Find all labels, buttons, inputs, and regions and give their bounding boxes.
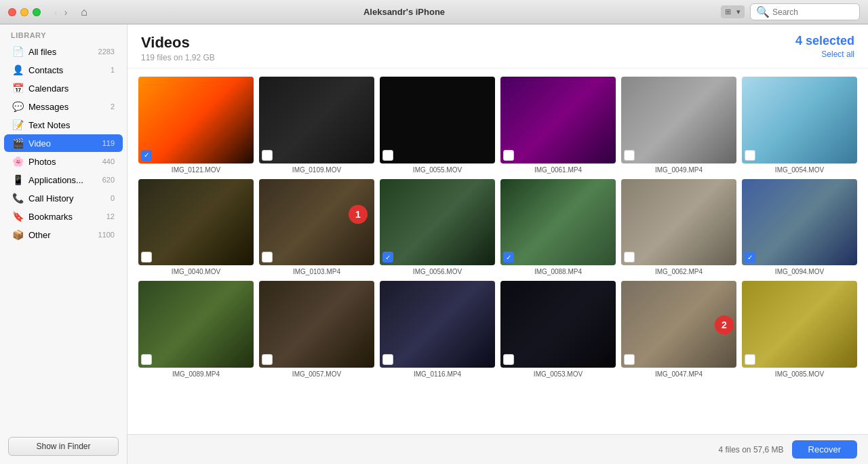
video-checkbox[interactable] — [382, 150, 393, 161]
video-checkbox[interactable]: ✓ — [382, 252, 393, 263]
video-filename: IMG_0053.MOV — [500, 370, 616, 378]
video-checkbox[interactable] — [624, 354, 635, 365]
recover-button[interactable]: Recover — [792, 440, 857, 459]
video-thumbnail — [138, 179, 254, 266]
video-checkbox[interactable] — [382, 354, 393, 365]
video-checkbox-wrap[interactable] — [624, 150, 635, 161]
video-checkbox[interactable] — [262, 354, 273, 365]
thumbnail-image — [380, 77, 495, 163]
video-checkbox[interactable]: ✓ — [503, 252, 514, 263]
thumbnail-image — [138, 179, 254, 266]
video-item[interactable]: 1 IMG_0103.MP4 — [259, 179, 374, 276]
video-checkbox-wrap[interactable] — [745, 150, 755, 161]
minimize-button[interactable] — [20, 8, 28, 16]
video-item[interactable]: IMG_0089.MP4 — [138, 281, 254, 378]
nav-arrows: ‹ › — [52, 5, 70, 19]
video-checkbox[interactable] — [262, 252, 273, 263]
video-checkbox[interactable] — [141, 252, 152, 263]
sidebar-item-applications[interactable]: 📱 Applications... 620 — [4, 171, 123, 189]
view-switcher[interactable]: ⊞ ▾ — [721, 5, 745, 18]
video-checkbox-wrap[interactable]: ✓ — [141, 150, 152, 161]
video-item[interactable]: IMG_0109.MOV — [259, 77, 374, 174]
video-thumbnail — [380, 77, 495, 163]
video-item[interactable]: IMG_0055.MOV — [380, 77, 495, 174]
video-checkbox[interactable] — [745, 354, 755, 365]
sidebar-icon-video: 🎬 — [12, 138, 23, 149]
grid-view-icon[interactable]: ⊞ — [722, 7, 734, 17]
video-checkbox-wrap[interactable] — [503, 150, 514, 161]
video-checkbox-wrap[interactable] — [382, 150, 393, 161]
video-checkbox[interactable] — [503, 354, 514, 365]
video-checkbox[interactable] — [745, 150, 755, 161]
video-checkbox-wrap[interactable] — [745, 354, 755, 365]
video-item[interactable]: 2 IMG_0047.MP4 — [621, 281, 736, 378]
video-item[interactable]: IMG_0053.MOV — [500, 281, 616, 378]
sidebar-label-messages: Messages — [28, 102, 105, 112]
video-checkbox-wrap[interactable]: ✓ — [503, 252, 514, 263]
video-filename: IMG_0057.MOV — [259, 370, 374, 378]
title-bar: ‹ › ⌂ Aleksandr's iPhone ⊞ ▾ 🔍 — [0, 0, 868, 24]
maximize-button[interactable] — [33, 8, 41, 16]
video-checkbox-wrap[interactable] — [503, 354, 514, 365]
sidebar-section-label: Library — [0, 24, 127, 42]
sidebar-label-text-notes: Text Notes — [28, 120, 115, 130]
video-item[interactable]: IMG_0085.MOV — [742, 281, 857, 378]
home-button[interactable]: ⌂ — [81, 6, 87, 18]
video-item[interactable]: IMG_0061.MP4 — [500, 77, 616, 174]
video-checkbox-wrap[interactable] — [382, 354, 393, 365]
video-checkbox[interactable]: ✓ — [141, 150, 152, 161]
video-checkbox-wrap[interactable]: ✓ — [382, 252, 393, 263]
close-button[interactable] — [8, 8, 16, 16]
video-checkbox-wrap[interactable]: ✓ — [745, 252, 755, 263]
video-filename: IMG_0121.MOV — [138, 166, 254, 174]
thumbnail-image — [500, 77, 616, 163]
video-checkbox[interactable] — [624, 150, 635, 161]
video-checkbox[interactable] — [624, 252, 635, 263]
back-button[interactable]: ‹ — [52, 5, 60, 19]
select-all-link[interactable]: Select all — [795, 50, 854, 59]
video-thumbnail: ✓ — [138, 77, 254, 163]
sidebar-item-all-files[interactable]: 📄 All files 2283 — [4, 43, 123, 60]
video-checkbox[interactable] — [503, 150, 514, 161]
forward-button[interactable]: › — [62, 5, 71, 19]
sidebar-item-messages[interactable]: 💬 Messages 2 — [4, 98, 123, 115]
video-item[interactable]: IMG_0116.MP4 — [380, 281, 495, 378]
sidebar-item-calendars[interactable]: 📅 Calendars — [4, 79, 123, 97]
sidebar-item-bookmarks[interactable]: 🔖 Bookmarks 12 — [4, 208, 123, 225]
video-item[interactable]: IMG_0054.MOV — [742, 77, 857, 174]
video-checkbox-wrap[interactable] — [624, 252, 635, 263]
video-item[interactable]: IMG_0049.MP4 — [621, 77, 736, 174]
video-item[interactable]: ✓ IMG_0056.MOV — [380, 179, 495, 276]
video-item[interactable]: IMG_0062.MP4 — [621, 179, 736, 276]
sidebar-count-applications: 620 — [102, 176, 115, 184]
video-checkbox-wrap[interactable] — [141, 354, 152, 365]
sidebar-item-contacts[interactable]: 👤 Contacts 1 — [4, 61, 123, 79]
sidebar-item-call-history[interactable]: 📞 Call History 0 — [4, 189, 123, 207]
video-checkbox-wrap[interactable] — [262, 252, 273, 263]
sidebar-count-photos: 440 — [102, 157, 115, 166]
sidebar-item-text-notes[interactable]: 📝 Text Notes — [4, 116, 123, 134]
sidebar-count-video: 119 — [102, 139, 115, 147]
video-item[interactable]: ✓ IMG_0094.MOV — [742, 179, 857, 276]
video-item[interactable]: IMG_0057.MOV — [259, 281, 374, 378]
sidebar-item-photos[interactable]: 🌸 Photos 440 — [4, 153, 123, 170]
show-in-finder-button[interactable]: Show in Finder — [8, 437, 119, 456]
video-checkbox[interactable] — [262, 150, 273, 161]
video-checkbox-wrap[interactable] — [262, 150, 273, 161]
video-item[interactable]: ✓ IMG_0121.MOV — [138, 77, 254, 174]
video-item[interactable]: IMG_0040.MOV — [138, 179, 254, 276]
sidebar-item-video[interactable]: 🎬 Video 119 — [4, 134, 123, 152]
sidebar-item-other[interactable]: 📦 Other 1100 — [4, 226, 123, 244]
search-input[interactable] — [772, 7, 854, 17]
video-checkbox-wrap[interactable] — [141, 252, 152, 263]
view-dropdown-icon[interactable]: ▾ — [734, 7, 743, 17]
video-checkbox-wrap[interactable] — [624, 354, 635, 365]
video-item[interactable]: ✓ IMG_0088.MP4 — [500, 179, 616, 276]
video-thumbnail — [621, 77, 736, 163]
video-checkbox-wrap[interactable] — [262, 354, 273, 365]
video-checkbox[interactable]: ✓ — [745, 252, 755, 263]
video-checkbox[interactable] — [141, 354, 152, 365]
video-thumbnail — [742, 281, 857, 368]
video-filename: IMG_0056.MOV — [380, 268, 495, 275]
search-box[interactable]: 🔍 — [750, 3, 860, 20]
